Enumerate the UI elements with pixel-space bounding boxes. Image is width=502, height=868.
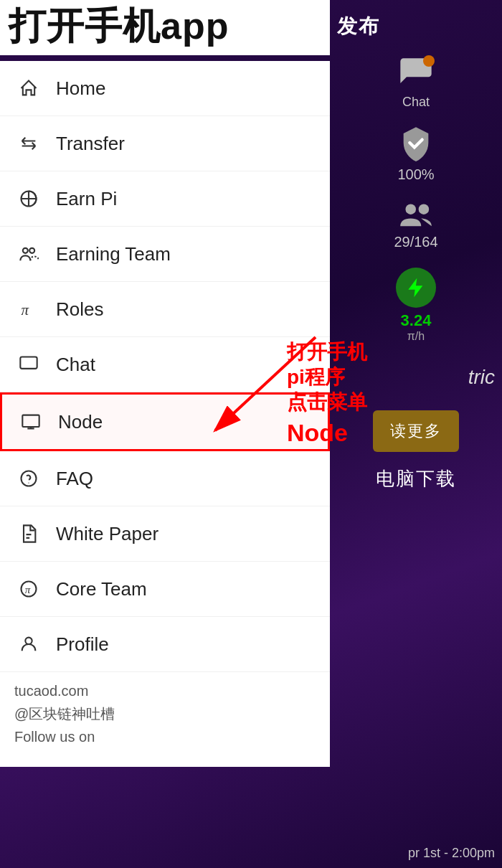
download-text: 电脑下载 — [376, 466, 456, 491]
sidebar-item-transfer-label: Transfer — [56, 133, 125, 155]
sidebar-item-faq[interactable]: FAQ — [0, 451, 330, 506]
svg-text:π: π — [22, 301, 29, 319]
shield-percentage: 100% — [397, 166, 434, 183]
sidebar-item-earn-pi[interactable]: Earn Pi — [0, 171, 330, 227]
team-widget: 29/164 — [394, 200, 437, 250]
svg-point-1 — [23, 248, 28, 253]
chat-widget-icon — [397, 55, 435, 93]
sidebar-menu: Home Transfer Earn Pi Earning Team π Rol… — [0, 61, 330, 767]
lightning-widget: 3.24 π/h — [396, 268, 436, 343]
roles-icon: π — [14, 295, 43, 324]
sidebar-item-node-label: Node — [58, 411, 103, 433]
sidebar-item-node[interactable]: Node — [0, 392, 330, 451]
date-text: pr 1st - 2:00pm — [408, 846, 495, 861]
home-icon — [14, 74, 43, 103]
sidebar-item-core-team[interactable]: π Core Team — [0, 562, 330, 617]
sidebar-item-earn-pi-label: Earn Pi — [56, 188, 117, 210]
lightning-circle — [396, 268, 436, 308]
lightning-unit: π/h — [407, 330, 425, 343]
white-paper-icon — [14, 519, 43, 548]
publish-area: 发布 — [330, 7, 502, 46]
chat-menu-icon — [14, 350, 43, 379]
publish-button[interactable]: 发布 — [337, 13, 380, 40]
earning-team-icon — [14, 240, 43, 268]
footer-line1: tucaod.com — [14, 679, 316, 702]
svg-point-11 — [419, 204, 430, 214]
italic-text: tric — [330, 366, 502, 389]
chat-notification-dot — [423, 55, 435, 67]
lightning-value: 3.24 — [401, 311, 432, 330]
svg-rect-4 — [20, 357, 37, 369]
profile-icon — [14, 630, 43, 659]
sidebar-item-white-paper[interactable]: White Paper — [0, 506, 330, 562]
node-icon — [16, 407, 45, 436]
shield-icon — [397, 124, 435, 164]
svg-point-9 — [25, 638, 32, 644]
footer-line2: @区块链神吐槽 — [14, 702, 316, 725]
earn-pi-icon — [14, 184, 43, 213]
sidebar-item-profile[interactable]: Profile — [0, 617, 330, 672]
team-count: 29/164 — [394, 234, 437, 250]
right-panel: 发布 Chat 100% 29/ — [330, 0, 502, 868]
sidebar-item-core-team-label: Core Team — [56, 578, 147, 600]
sidebar-item-faq-label: FAQ — [56, 468, 93, 490]
chat-widget[interactable]: Chat — [397, 55, 435, 110]
sidebar-item-roles-label: Roles — [56, 298, 103, 321]
sidebar-item-transfer[interactable]: Transfer — [0, 116, 330, 171]
faq-icon — [14, 464, 43, 493]
chat-widget-label: Chat — [402, 95, 430, 110]
transfer-icon — [14, 129, 43, 158]
sidebar-item-roles[interactable]: π Roles — [0, 282, 330, 337]
svg-point-6 — [22, 471, 37, 486]
sidebar-item-chat-label: Chat — [56, 354, 95, 376]
shield-widget: 100% — [397, 124, 435, 183]
sidebar-item-white-paper-label: White Paper — [56, 523, 158, 545]
sidebar-item-profile-label: Profile — [56, 633, 109, 656]
sidebar-item-earning-team-label: Earning Team — [56, 243, 171, 265]
sidebar-item-home[interactable]: Home — [0, 61, 330, 116]
svg-point-10 — [405, 204, 416, 214]
footer-line3: Follow us on — [14, 725, 316, 748]
core-team-icon: π — [14, 575, 43, 603]
sidebar-footer: tucaod.com @区块链神吐槽 Follow us on — [0, 672, 330, 753]
sidebar-item-earning-team[interactable]: Earning Team — [0, 227, 330, 282]
title-area: 打开手机app — [0, 0, 330, 55]
team-icon — [397, 200, 435, 232]
sidebar-item-chat[interactable]: Chat — [0, 337, 330, 392]
svg-point-2 — [29, 248, 34, 253]
read-more-button[interactable]: 读更多 — [373, 410, 459, 452]
svg-text:π: π — [25, 583, 31, 595]
page-title: 打开手机app — [9, 6, 321, 47]
sidebar-item-home-label: Home — [56, 77, 105, 100]
svg-rect-5 — [22, 415, 39, 427]
